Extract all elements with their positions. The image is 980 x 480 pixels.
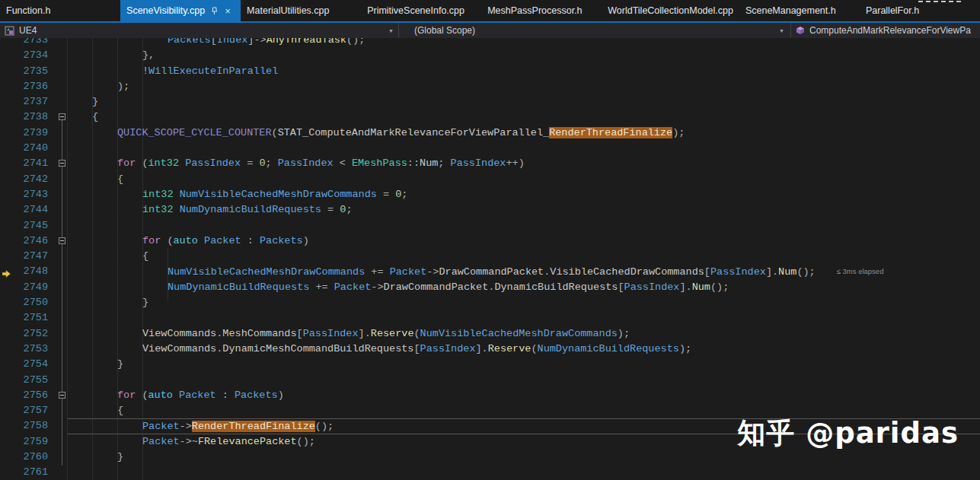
code-line[interactable]: 2739QUICK_SCOPE_CYCLE_COUNTER(STAT_Compu… [0,126,980,141]
breakpoint-margin[interactable] [0,110,14,125]
fold-margin [57,48,67,63]
breakpoint-margin[interactable] [0,280,14,295]
breakpoint-margin[interactable] [0,418,14,434]
project-dropdown[interactable]: UE4 ▼ [0,23,399,38]
code-line[interactable]: 2733Packets[Index]->AnyThreadTask(); [0,38,980,48]
code-line[interactable]: 2735!WillExecuteInParallel [0,64,980,79]
code-text[interactable]: { [67,172,980,187]
breakpoint-margin[interactable] [0,38,14,48]
breakpoint-margin[interactable] [0,249,14,264]
code-text[interactable]: NumVisibleCachedMeshDrawCommands += Pack… [67,264,980,279]
breakpoint-margin[interactable] [0,94,14,110]
code-text[interactable]: NumDynamicBuildRequests += Packet->DrawC… [67,280,980,295]
code-line[interactable]: 2743int32 NumVisibleCachedMeshDrawComman… [0,187,980,202]
close-icon[interactable]: × [225,5,231,17]
breakpoint-margin[interactable] [0,156,14,171]
code-line[interactable]: 2738{ [0,110,980,125]
code-text[interactable]: } [67,357,980,372]
code-text[interactable]: int32 NumVisibleCachedMeshDrawCommands =… [67,187,980,202]
code-line[interactable]: 2747{ [0,249,980,264]
breakpoint-margin[interactable] [0,326,14,342]
breakpoint-margin[interactable] [0,264,14,279]
breakpoint-margin[interactable] [0,373,14,388]
code-text[interactable]: ViewCommands.MeshCommands[PassIndex].Res… [67,326,980,342]
code-text[interactable] [67,373,980,388]
code-line[interactable]: 2737} [0,94,980,110]
breakpoint-margin[interactable] [0,357,14,372]
code-line[interactable]: 2751 [0,310,980,326]
tab-scenevisibility-cpp[interactable]: SceneVisibility.cpp× [120,0,241,21]
breakpoint-margin[interactable] [0,126,14,141]
breakpoint-margin[interactable] [0,465,14,480]
code-line[interactable]: 2749NumDynamicBuildRequests += Packet->D… [0,280,980,295]
code-line[interactable]: 2744int32 NumDynamicBuildRequests = 0; [0,202,980,218]
breakpoint-margin[interactable] [0,79,14,94]
tab-worldtilecollectionmodel-cpp[interactable]: WorldTileCollectionModel.cpp [602,0,739,21]
code-text[interactable]: { [67,249,980,264]
fold-toggle-icon[interactable] [59,160,65,167]
tab-materialutilities-cpp[interactable]: MaterialUtilities.cpp [241,0,361,21]
breakpoint-margin[interactable] [0,218,14,234]
code-line[interactable]: 2753ViewCommands.DynamicMeshCommandBuild… [0,342,980,357]
navigation-bar: UE4 ▼ (Global Scope) ▼ ComputeAndMarkRel… [0,23,980,39]
code-lines: 2733Packets[Index]->AnyThreadTask();2734… [0,38,980,480]
code-text[interactable]: for (auto Packet : Packets) [67,388,980,403]
code-text[interactable]: Packets[Index]->AnyThreadTask(); [67,38,980,48]
breakpoint-margin[interactable] [0,48,14,63]
line-number: 2754 [14,357,57,372]
breakpoint-margin[interactable] [0,295,14,310]
breakpoint-margin[interactable] [0,310,14,326]
breakpoint-margin[interactable] [0,450,14,465]
code-line[interactable]: 2734}, [0,48,980,63]
code-text[interactable]: { [67,110,980,125]
code-text[interactable]: ); [67,79,980,94]
code-text[interactable]: } [67,94,980,110]
code-text[interactable]: } [67,295,980,310]
code-text[interactable]: int32 NumDynamicBuildRequests = 0; [67,202,980,218]
code-line[interactable]: 2740 [0,141,980,156]
code-line[interactable]: 2736); [0,79,980,94]
tab-parallelfor-h[interactable]: ParallelFor.h [860,0,980,21]
code-line[interactable]: 2748NumVisibleCachedMeshDrawCommands += … [0,264,980,279]
tab-primitivesceneinfo-cpp[interactable]: PrimitiveSceneInfo.cpp [361,0,481,21]
breakpoint-margin[interactable] [0,202,14,218]
code-text[interactable]: QUICK_SCOPE_CYCLE_COUNTER(STAT_ComputeAn… [67,126,980,141]
code-line[interactable]: 2745 [0,218,980,234]
code-line[interactable]: 2755 [0,373,980,388]
breakpoint-margin[interactable] [0,434,14,450]
code-line[interactable]: 2754} [0,357,980,372]
tab-scenemanagement-h[interactable]: SceneManagement.h [739,0,860,21]
breakpoint-margin[interactable] [0,388,14,403]
breakpoint-margin[interactable] [0,187,14,202]
fold-toggle-icon[interactable] [59,237,65,244]
code-text[interactable]: for (int32 PassIndex = 0; PassIndex < EM… [67,156,980,171]
breakpoint-margin[interactable] [0,403,14,418]
pin-icon[interactable] [210,7,218,15]
breakpoint-margin[interactable] [0,172,14,187]
code-line[interactable]: 2752ViewCommands.MeshCommands[PassIndex]… [0,326,980,342]
code-line[interactable]: 2750} [0,295,980,310]
code-line[interactable]: 2761 [0,465,980,480]
breakpoint-margin[interactable] [0,342,14,357]
scope-dropdown[interactable]: (Global Scope) ▼ [399,23,791,38]
code-line[interactable]: 2746for (auto Packet : Packets) [0,234,980,249]
fold-toggle-icon[interactable] [59,113,65,120]
fold-toggle-icon[interactable] [59,392,65,399]
breakpoint-margin[interactable] [0,64,14,79]
code-text[interactable]: !WillExecuteInParallel [67,64,980,79]
code-text[interactable]: }, [67,48,980,63]
code-line[interactable]: 2756for (auto Packet : Packets) [0,388,980,403]
breakpoint-margin[interactable] [0,141,14,156]
tab-function-h[interactable]: Function.h [0,0,120,21]
code-text[interactable] [67,465,980,480]
code-text[interactable] [67,310,980,326]
tab-meshpassprocessor-h[interactable]: MeshPassProcessor.h [481,0,602,21]
member-dropdown[interactable]: ComputeAndMarkRelevanceForViewPa [791,23,980,38]
code-line[interactable]: 2741for (int32 PassIndex = 0; PassIndex … [0,156,980,171]
code-text[interactable]: for (auto Packet : Packets) [67,234,980,249]
breakpoint-margin[interactable] [0,234,14,249]
code-text[interactable] [67,141,980,156]
code-text[interactable] [67,218,980,234]
code-line[interactable]: 2742{ [0,172,980,187]
code-text[interactable]: ViewCommands.DynamicMeshCommandBuildRequ… [67,342,980,357]
